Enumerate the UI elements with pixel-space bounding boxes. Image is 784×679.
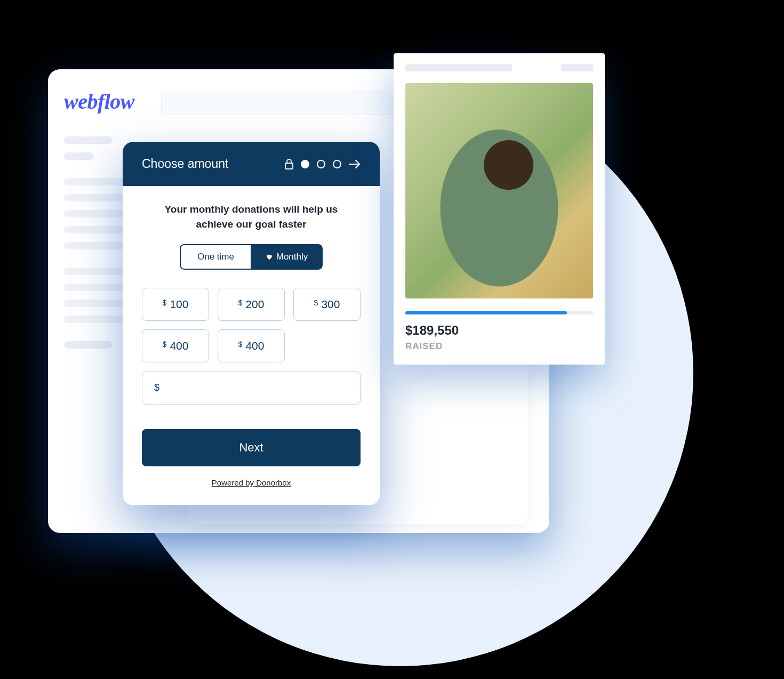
sidebar-placeholder — [64, 152, 93, 160]
frequency-monthly-label: Monthly — [276, 252, 308, 262]
sidebar-placeholder — [64, 210, 128, 217]
currency-symbol: $ — [154, 382, 159, 393]
donation-body: Your monthly donations will help us achi… — [123, 186, 380, 505]
amount-option[interactable]: $100 — [142, 288, 209, 321]
lock-icon — [285, 159, 293, 169]
fundraiser-header — [405, 64, 593, 71]
donation-form: Choose amount Your monthly donations wil… — [123, 142, 380, 505]
frequency-toggle: One time Monthly — [180, 244, 323, 270]
webflow-logo: webflow — [64, 89, 134, 114]
sidebar-placeholder — [64, 194, 128, 201]
currency-symbol: $ — [163, 298, 167, 307]
frequency-onetime-label: One time — [197, 252, 234, 262]
amount-value: 400 — [170, 340, 188, 352]
amount-value: 400 — [245, 340, 264, 352]
amount-value: 200 — [245, 298, 264, 311]
heart-icon — [266, 253, 273, 261]
amount-option[interactable]: $200 — [218, 288, 285, 321]
donation-description: Your monthly donations will help us achi… — [150, 202, 353, 231]
amount-grid: $100 $200 $300 $400 $400 — [142, 288, 361, 362]
step-dot-1 — [301, 160, 309, 168]
placeholder-line — [405, 64, 512, 71]
currency-symbol: $ — [163, 340, 167, 349]
amount-option[interactable]: $300 — [293, 288, 361, 321]
next-button-label: Next — [239, 441, 263, 454]
progress-fill — [405, 311, 567, 314]
step-indicators — [285, 159, 361, 169]
currency-symbol: $ — [238, 298, 243, 307]
custom-amount-input[interactable]: $ — [142, 371, 361, 405]
frequency-onetime-button[interactable]: One time — [180, 244, 251, 270]
currency-symbol: $ — [238, 340, 243, 349]
amount-option[interactable]: $400 — [218, 329, 285, 362]
sidebar-placeholder — [64, 226, 128, 233]
sidebar-placeholder — [64, 341, 112, 349]
sidebar-placeholder — [64, 136, 112, 144]
amount-value: 100 — [170, 298, 188, 311]
donation-step-title: Choose amount — [142, 157, 272, 171]
frequency-monthly-button[interactable]: Monthly — [251, 244, 323, 270]
step-dot-3 — [333, 160, 341, 168]
sidebar-placeholder — [64, 242, 128, 249]
powered-by-link[interactable]: Powered by Donorbox — [142, 478, 361, 491]
sidebar-placeholder — [64, 300, 128, 307]
sidebar-placeholder — [64, 316, 128, 323]
fundraiser-photo — [405, 83, 593, 298]
amount-option[interactable]: $400 — [142, 329, 209, 362]
sidebar-placeholder — [64, 178, 128, 185]
raised-amount: $189,550 — [405, 323, 593, 338]
currency-symbol: $ — [314, 298, 318, 307]
placeholder-line — [561, 64, 593, 71]
sidebar-placeholder — [64, 268, 128, 275]
step-dot-2 — [317, 160, 325, 168]
sidebar-placeholder — [64, 284, 128, 291]
donation-header: Choose amount — [123, 142, 380, 186]
raised-label: RAISED — [405, 341, 593, 352]
amount-value: 300 — [321, 298, 340, 311]
progress-bar — [405, 311, 593, 314]
next-button[interactable]: Next — [142, 429, 361, 466]
arrow-right-icon[interactable] — [349, 159, 361, 169]
svg-rect-0 — [285, 163, 293, 169]
fundraiser-card: $189,550 RAISED — [394, 53, 605, 365]
